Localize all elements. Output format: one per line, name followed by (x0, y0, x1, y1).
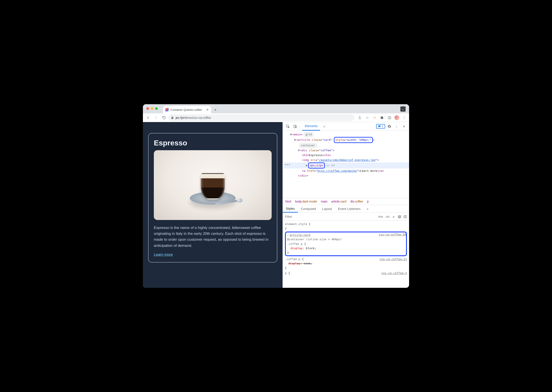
content-split: Espresso Espresso is the name of a highl… (143, 122, 409, 288)
source-link-3[interactable]: css-cq-coffee:3 (381, 271, 407, 275)
bookmark-button[interactable]: ☆ (364, 115, 370, 121)
more-tabs-button[interactable]: » (321, 123, 328, 130)
highlight-p-node: <p>…</p> (308, 162, 325, 168)
url-bar: jec.fyi/demo/css-cq-coffee ☆ ✂ ⋮ (143, 113, 409, 122)
svg-rect-0 (388, 116, 391, 119)
espresso-image (154, 150, 272, 220)
profile-button[interactable] (394, 115, 400, 121)
maximize-window-button[interactable] (155, 107, 158, 110)
subtab-styles[interactable]: Styles (283, 205, 298, 213)
crumb-body[interactable]: body.dark-mode (295, 200, 317, 203)
cls-toggle[interactable]: .cls (385, 215, 390, 218)
close-window-button[interactable] (146, 107, 149, 110)
window-controls (146, 107, 158, 110)
crumb-html[interactable]: html (285, 200, 291, 203)
node-div-close[interactable]: </div> (284, 173, 409, 178)
source-link-2[interactable]: css-cq-coffee:21 (380, 257, 407, 261)
url-text: jec.fyi/demo/css-cq-coffee (176, 116, 211, 119)
scissors-icon[interactable]: ✂ (372, 115, 378, 121)
side-panel-button[interactable] (387, 115, 393, 121)
rule-container-query[interactable]: →article.card @container (inline-size > … (285, 231, 407, 256)
minimize-window-button[interactable] (151, 107, 153, 110)
subtab-computed[interactable]: Computed (298, 205, 319, 213)
card-description: Espresso is the name of a highly concent… (154, 225, 272, 249)
source-link-1[interactable]: css-cq-coffee:30 (379, 232, 406, 237)
devtools-panel: Elements » 1 ⋮ ✕ ▼<main>grid ▼<article c… (283, 122, 409, 288)
styles-rules[interactable]: element.style { } →article.card @contain… (283, 221, 409, 288)
settings-button[interactable] (386, 123, 393, 130)
node-article[interactable]: ▼<article class="card" style="width: 500… (284, 137, 409, 143)
crumb-main[interactable]: main (321, 200, 328, 203)
rendered-page: Espresso Espresso is the name of a highl… (143, 122, 283, 288)
subtab-layout[interactable]: Layout (319, 205, 335, 213)
node-div-coffee[interactable]: ▼<div class="coffee"> (284, 148, 409, 153)
avatar (394, 115, 399, 120)
new-tab-button[interactable]: ＋ (212, 107, 218, 113)
tab-close-button[interactable]: ✕ (206, 108, 209, 112)
cup-shape (201, 173, 225, 199)
browser-window: Container Queries coffee ✕ ＋ ⌄ jec.fyi/d… (143, 104, 409, 288)
node-a[interactable]: <a href="http://coffee.com/mocha">Learn … (284, 168, 409, 173)
container-origin-link[interactable]: article.card (290, 233, 310, 237)
coffee-card: Espresso Espresso is the name of a highl… (148, 133, 277, 262)
reload-button[interactable] (160, 114, 167, 121)
toolbar-actions: ☆ ✂ ⋮ (357, 115, 407, 121)
styles-filter-bar: :hov .cls ＋ (283, 213, 409, 221)
tab-overflow-button[interactable]: ⌄ (400, 106, 406, 112)
share-button[interactable] (357, 115, 363, 121)
hov-toggle[interactable]: :hov (378, 215, 383, 218)
node-p-selected[interactable]: •••▶<p>…</p>== $0 (284, 162, 409, 168)
address-bar[interactable]: jec.fyi/demo/css-cq-coffee (168, 114, 355, 121)
browser-menu-button[interactable]: ⋮ (401, 115, 407, 121)
node-h1[interactable]: <h1>Espresso</h1> (284, 153, 409, 158)
window-titlebar: Container Queries coffee ✕ ＋ ⌄ (143, 104, 409, 113)
lock-icon (171, 116, 174, 119)
styles-filter-input[interactable] (285, 215, 375, 218)
subtab-event-listeners[interactable]: Event Listeners (335, 205, 364, 213)
crumb-p[interactable]: p (367, 200, 369, 203)
new-style-rule-button[interactable]: ＋ (392, 214, 395, 219)
svg-rect-7 (404, 215, 407, 218)
crumb-article[interactable]: article.card (331, 200, 346, 203)
tab-favicon-icon (165, 108, 169, 112)
node-main[interactable]: ▼<main>grid (284, 132, 409, 137)
container-badge: container (284, 143, 409, 148)
divider (300, 124, 301, 129)
chat-icon (378, 125, 381, 128)
close-devtools-button[interactable]: ✕ (401, 123, 407, 130)
print-icon[interactable] (398, 215, 401, 218)
node-img[interactable]: <img src="/assets/img/demo/cof-espresso.… (284, 158, 409, 162)
learn-more-link[interactable]: Learn more (154, 252, 173, 257)
rule-p[interactable]: p { css-cq-coffee:3 (285, 271, 407, 275)
back-button[interactable] (145, 114, 152, 121)
card-heading: Espresso (154, 139, 272, 147)
rule-coffee-p-overridden[interactable]: .coffee p { css-cq-coffee:21 display: no… (285, 257, 407, 270)
devtools-menu-button[interactable]: ⋮ (393, 123, 400, 130)
highlight-style-attr: style="width: 500px;" (334, 137, 373, 143)
tab-elements[interactable]: Elements (302, 122, 320, 131)
dom-breadcrumbs[interactable]: html body.dark-mode main article.card di… (283, 198, 409, 205)
gear-icon (387, 125, 391, 128)
forward-button[interactable] (152, 114, 159, 121)
more-subtabs-button[interactable]: » (364, 205, 372, 213)
svg-rect-6 (399, 217, 400, 218)
device-toolbar-button[interactable] (292, 123, 299, 130)
styles-subtabs: Styles Computed Layout Event Listeners » (283, 205, 409, 213)
toggle-sidebar-button[interactable] (403, 215, 407, 218)
tab-title: Container Queries coffee (170, 108, 202, 112)
rule-element-style[interactable]: element.style { } (285, 222, 407, 231)
extensions-button[interactable] (379, 115, 385, 121)
inspect-element-button[interactable] (285, 123, 291, 130)
devtools-toolbar: Elements » 1 ⋮ ✕ (283, 122, 409, 131)
browser-tab[interactable]: Container Queries coffee ✕ (163, 106, 211, 113)
elements-tree[interactable]: ▼<main>grid ▼<article class="card" style… (283, 131, 409, 198)
crumb-div[interactable]: div.coffee (350, 200, 363, 203)
issues-badge[interactable]: 1 (376, 124, 385, 129)
